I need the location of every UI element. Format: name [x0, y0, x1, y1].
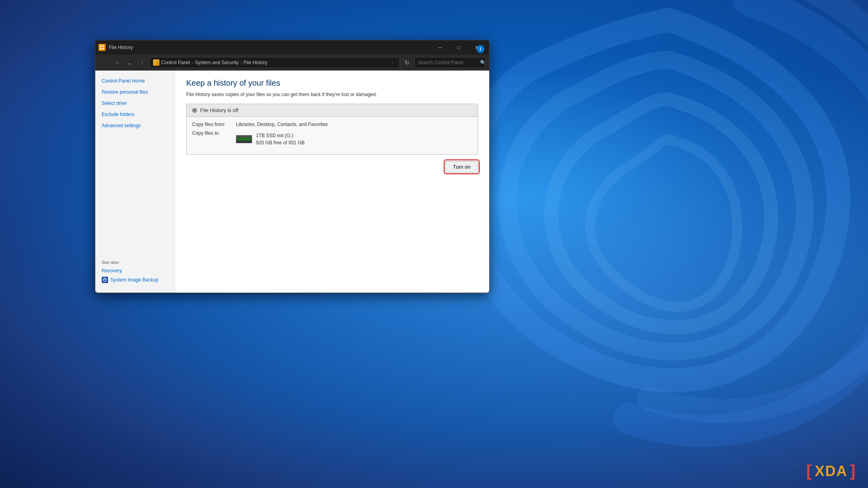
page-title: Keep a history of your files: [186, 79, 478, 88]
sidebar: Control Panel Home Restore personal file…: [95, 71, 175, 293]
drive-row: 1TB SSD ext (G:) 920 GB free of 931 GB: [236, 132, 305, 146]
copy-files-to-label: Copy files to:: [192, 130, 236, 136]
window-icon: [98, 44, 106, 51]
svg-rect-2: [100, 48, 102, 49]
svg-rect-0: [100, 45, 102, 47]
search-bar: 🔍: [414, 57, 486, 68]
drive-free: 920 GB free of 931 GB: [256, 139, 305, 146]
breadcrumb-sep-1: ›: [192, 60, 193, 65]
content-area: Control Panel Home Restore personal file…: [95, 71, 489, 293]
svg-rect-1: [102, 45, 104, 47]
wallpaper-swirl: [429, 0, 868, 458]
refresh-button[interactable]: ↻: [402, 57, 413, 68]
sidebar-item-advanced-settings[interactable]: Advanced settings: [95, 120, 175, 131]
sidebar-item-control-panel-home[interactable]: Control Panel Home: [95, 75, 175, 87]
sidebar-item-restore-personal-files[interactable]: Restore personal files: [95, 87, 175, 98]
sidebar-item-select-drive[interactable]: Select drive: [95, 98, 175, 109]
info-corner-icon[interactable]: i: [476, 45, 484, 53]
turn-on-button[interactable]: Turn on: [445, 161, 478, 173]
title-bar: File History ─ □ ✕: [95, 40, 489, 55]
search-input[interactable]: [418, 60, 478, 65]
drive-icon: [236, 135, 252, 143]
address-bar: ← → ⌄ ↑ Control Panel › System and Secur…: [95, 55, 489, 71]
sidebar-nav: Control Panel Home Restore personal file…: [95, 75, 175, 254]
folder-icon: [153, 59, 159, 66]
drive-info: 1TB SSD ext (G:) 920 GB free of 931 GB: [256, 132, 305, 146]
sidebar-item-recovery[interactable]: Recovery: [95, 266, 175, 275]
copy-files-from-row: Copy files from: Libraries, Desktop, Con…: [192, 122, 472, 127]
status-header-text: File History is off: [200, 107, 238, 113]
dropdown-button[interactable]: ⌄: [124, 57, 135, 68]
status-header: File History is off: [187, 104, 478, 117]
window-title: File History: [109, 45, 428, 50]
copy-files-from-label: Copy files from:: [192, 122, 236, 127]
breadcrumb-dropdown-button[interactable]: ⌄: [388, 57, 396, 68]
copy-files-from-value: Libraries, Desktop, Contacts, and Favori…: [236, 122, 328, 127]
breadcrumb-control-panel[interactable]: Control Panel: [161, 60, 190, 65]
main-content: Keep a history of your files File Histor…: [175, 71, 489, 293]
breadcrumb-file-history[interactable]: File History: [244, 60, 268, 65]
breadcrumb-system-security[interactable]: System and Security: [195, 60, 239, 65]
minimize-button[interactable]: ─: [431, 41, 449, 54]
search-icon[interactable]: 🔍: [480, 60, 486, 65]
copy-files-to-row: Copy files to: 1TB SSD ext (G:) 920 GB f…: [192, 130, 472, 146]
up-button[interactable]: ↑: [137, 57, 148, 68]
maximize-button[interactable]: □: [449, 41, 468, 54]
drive-name: 1TB SSD ext (G:): [256, 132, 305, 139]
see-also-label: See also: [95, 254, 175, 266]
status-body: Copy files from: Libraries, Desktop, Con…: [187, 117, 478, 154]
sidebar-footer: See also Recovery System Image Backup: [95, 254, 175, 288]
system-image-backup-label: System Image Backup: [110, 277, 158, 283]
sidebar-item-exclude-folders[interactable]: Exclude folders: [95, 109, 175, 120]
forward-button[interactable]: →: [111, 57, 122, 68]
back-button[interactable]: ←: [98, 57, 110, 68]
file-history-window: File History ─ □ ✕ ← → ⌄ ↑ Control Panel…: [95, 40, 490, 293]
turn-on-button-container: Turn on: [186, 161, 478, 173]
svg-rect-3: [102, 48, 104, 49]
xda-bracket-left: [: [806, 462, 812, 480]
file-history-status-box: File History is off Copy files from: Lib…: [186, 104, 478, 155]
status-indicator-off: [192, 108, 197, 113]
xda-bracket-right: ]: [850, 462, 856, 480]
xda-text: XDA: [815, 463, 848, 480]
recovery-label: Recovery: [102, 268, 122, 274]
sidebar-item-system-image-backup[interactable]: System Image Backup: [95, 275, 175, 285]
breadcrumb-sep-2: ›: [240, 60, 242, 65]
page-description: File History saves copies of your files …: [186, 92, 478, 97]
backup-icon: [102, 277, 108, 283]
breadcrumb-bar: Control Panel › System and Security › Fi…: [150, 57, 400, 68]
xda-logo: [ XDA ]: [806, 462, 856, 480]
